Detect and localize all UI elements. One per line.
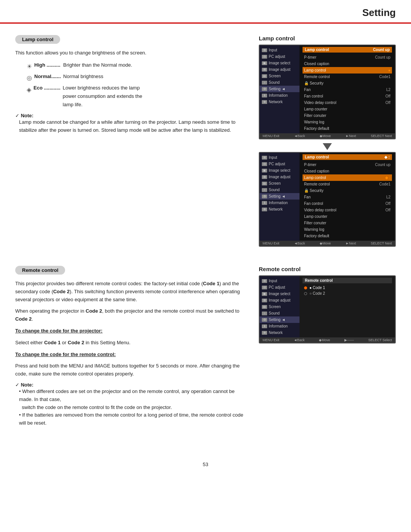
si2-pcadjust-icon: ⊟ [262, 162, 267, 166]
si-imgadjust: ⊠Image adjust [260, 66, 299, 73]
lamp-header-label: Lamp control [305, 48, 329, 52]
menu-row-security: 🔒 Security [303, 80, 392, 86]
arrow-down-container [259, 143, 396, 150]
menu-row-lamp: Lamp control● [303, 67, 392, 73]
si-input: ⊞Input [260, 47, 299, 53]
menu2-ptimer: P-timerCount up [303, 161, 392, 168]
setting-icon: ⚙ [262, 87, 267, 91]
page-number: 53 [0, 454, 411, 471]
lamp-section-row: Lamp control This function allows you to… [15, 35, 396, 251]
menu2-warnlog: Warning log [303, 226, 392, 233]
rsi-pcadjust-icon: ⊟ [262, 286, 267, 289]
imgadjust-icon: ⊠ [262, 68, 267, 72]
footer2-next: ►Next [346, 241, 356, 245]
rsi-imgadjust: ⊠Image adjust [260, 297, 299, 304]
high-desc: Brighter than the Normal mode. [63, 61, 132, 69]
footer-next: ►Next [346, 134, 356, 138]
network-icon: ⊕ [262, 100, 267, 104]
remote-desc-2: When operating the projector in Code 2, … [15, 307, 244, 323]
eco-label: Eco ............ [33, 84, 61, 92]
subtext-remote: Press and hold both the MENU and IMAGE b… [15, 362, 244, 378]
lamp-screen-2: ⊞Input ⊟PC adjust ▣Image select ⊠Image a… [259, 152, 396, 247]
si2-sound-icon: ♪ [262, 188, 267, 192]
rsi-imgselect-icon: ▣ [262, 292, 267, 296]
lamp-header-right: Count up [373, 48, 390, 52]
rsi-pcadjust: ⊟PC adjust [260, 284, 299, 291]
footer2-exit: MENU Exit [263, 241, 279, 245]
footer-select: SELECT Next [371, 134, 392, 138]
lamp-menu-header-2: Lamp control ◆ : [303, 154, 392, 160]
rsi-imgselect: ▣Image select [260, 291, 299, 297]
menu2-factorydef: Factory default [303, 233, 392, 239]
footer-exit: MENU Exit [263, 134, 279, 138]
lamp-screen-title: Lamp control [259, 35, 396, 42]
rc-code1-label: ● Code 1 [309, 286, 325, 290]
normal-desc: Normal brightness [63, 72, 104, 81]
rc-code2-label: ○ Code 2 [309, 291, 325, 296]
si2-imgadjust: ⊠Image adjust [260, 174, 299, 180]
subheading2-label: To change the code for the remote contro… [15, 351, 116, 357]
lamp-section-left: Lamp control This function allows you to… [15, 35, 244, 138]
menu2-remote: Remote controlCode1 [303, 181, 392, 187]
lamp-mode-high: ☀ High .......... Brighter than the Norm… [27, 61, 244, 72]
code1-s: Code 1 [44, 340, 61, 345]
lamp-menu-area-1: ⊞Input ⊟PC adjust ▣Image select ⊠Image a… [260, 45, 395, 133]
footer2-move: ◆Move [320, 241, 331, 245]
eco-desc: Lower brightness reduces the lamppower c… [63, 84, 142, 109]
menu2-closed: Closed caption [303, 168, 392, 174]
remote-section-right: Remote control ⊞Input ⊟PC adjust ▣Image … [259, 266, 396, 347]
menu-row-factorydef: Factory default [303, 125, 392, 132]
lamp-menu-area-2: ⊞Input ⊟PC adjust ▣Image select ⊠Image a… [260, 153, 395, 241]
menu-row-closed: Closed caption [303, 61, 392, 67]
footer2-select: SELECT Next [371, 241, 392, 245]
subtext-projector: Select either Code 1 or Code 2 in this S… [15, 339, 244, 347]
lamp-footer-1: MENU Exit ◄Back ◆Move ►Next SELECT Next [260, 133, 395, 139]
sound-icon: ♪ [262, 81, 267, 85]
imgselect-icon: ▣ [262, 61, 267, 65]
remote-desc-1: This projector provides two different re… [15, 280, 244, 304]
code2-inline: Code 2 [86, 308, 102, 314]
si2-input-icon: ⊞ [262, 156, 267, 160]
menu-row-videodelay: Video delay controlOff [303, 99, 392, 106]
lamp-modes-list: ☀ High .......... Brighter than the Norm… [27, 61, 244, 109]
rfooter-exit: MENU Exit [263, 338, 279, 342]
rc-code1-radio [304, 286, 307, 289]
si2-input: ⊞Input [260, 154, 299, 161]
rc-code2-radio [304, 292, 307, 295]
menu-row-fanctrl: Fan controlOff [303, 93, 392, 99]
menu-row-ptimer: P-timerCount up [303, 54, 392, 61]
remote-screen-title: Remote control [259, 266, 396, 272]
si2-network-icon: ⊕ [262, 208, 267, 211]
remote-note-title: Note: [21, 382, 33, 388]
rc-code1-option: ● Code 1 [303, 285, 392, 291]
subheading-projector: To change the code for the projector: [15, 327, 244, 335]
lamp-section-right: Lamp control ⊞Input ⊟PC adjust ▣Image se… [259, 35, 396, 251]
remote-screen: ⊞Input ⊟PC adjust ▣Image select ⊠Image a… [259, 275, 396, 343]
lamp-menu-panel-1: Lamp control Count up P-timerCount up Cl… [299, 45, 395, 133]
rsi-network: ⊕Network [260, 329, 299, 336]
menu-row-warnlog: Warning log [303, 119, 392, 125]
remote-control-label: Remote control [15, 266, 65, 275]
lamp-footer-2: MENU Exit ◄Back ◆Move ►Next SELECT Next [260, 241, 395, 246]
si-pcadjust: ⊟PC adjust [260, 53, 299, 60]
lamp-screen-1: ⊞Input ⊟PC adjust ▣Image select ⊠Image a… [259, 45, 396, 139]
rfooter-move: ◆Move [319, 338, 330, 342]
si2-imgselect-icon: ▣ [262, 169, 267, 173]
subheading1-label: To change the code for the projector: [15, 328, 102, 334]
si-imgselect: ▣Image select [260, 60, 299, 66]
lamp-control-section: Lamp control This function allows you to… [15, 35, 396, 251]
code1-bold: Code 1 [203, 281, 219, 286]
remote-panel-header: Remote control [303, 278, 392, 283]
lamp-menu-header-1: Lamp control Count up [303, 47, 392, 53]
lamp-mode-eco: ◈ Eco ............ Lower brightness redu… [27, 84, 244, 109]
remote-control-section: Remote control This projector provides t… [15, 266, 396, 431]
menu2-security: 🔒 Security [303, 187, 392, 194]
si2-setting: ⚙Setting ◄ [260, 193, 299, 200]
lamp2-header-right: ◆ : [384, 155, 390, 159]
rsi-info-icon: ℹ [262, 324, 267, 328]
remote-note-check: ✓ [15, 382, 19, 388]
rsi-sound-icon: ♪ [262, 312, 267, 315]
remote-note-text-2: • If the batteries are removed from the … [19, 411, 244, 427]
remote-footer: MENU Exit ◄Back ◆Move ▶------ SELECT Sel… [260, 337, 395, 343]
input-icon: ⊞ [262, 48, 267, 52]
